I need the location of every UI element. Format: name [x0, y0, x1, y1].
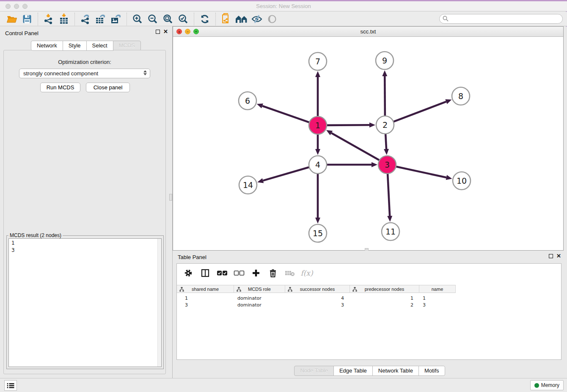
zoom-fit-icon	[162, 14, 173, 25]
delete-table-button[interactable]	[284, 268, 295, 279]
zoom-fit-button[interactable]	[160, 13, 176, 25]
deselect-all-button[interactable]	[234, 268, 245, 279]
control-panel-tabs: Network Style Select MCDS	[0, 41, 172, 51]
open-file-button[interactable]	[4, 13, 19, 25]
hierarchy-icon	[288, 287, 292, 293]
export-image-button[interactable]	[108, 13, 124, 25]
create-column-button[interactable]	[250, 268, 261, 279]
column-header-mcds-role[interactable]: MCDS role	[234, 285, 285, 293]
import-network-button[interactable]	[41, 13, 56, 25]
tab-motifs[interactable]: Motifs	[418, 366, 445, 376]
graph-edge-2-3[interactable]	[385, 133, 386, 149]
graph-node-label-3: 3	[385, 160, 390, 169]
tab-style[interactable]: Style	[63, 41, 87, 51]
graph-node-label-10: 10	[457, 176, 467, 185]
graph-edge-1-2[interactable]	[325, 125, 369, 125]
criterion-select[interactable]: strongly connected component	[19, 69, 150, 78]
apply-layout-button[interactable]	[197, 13, 212, 25]
save-session-button[interactable]	[19, 13, 35, 25]
table-toolbar: f(x)	[177, 264, 561, 282]
zoom-selected-button[interactable]	[176, 13, 191, 25]
graph-node-label-15: 15	[313, 229, 323, 238]
column-header-successor-nodes[interactable]: successor nodes	[285, 285, 350, 293]
app-title: Session: New Session	[0, 3, 567, 9]
eye-slash-icon	[251, 14, 262, 24]
tab-mcds[interactable]: MCDS	[113, 41, 141, 51]
first-neighbors-button[interactable]	[234, 13, 249, 25]
network-title: scc.txt	[173, 28, 563, 35]
import-table-button[interactable]	[56, 13, 72, 25]
graphics-details-button[interactable]	[264, 13, 280, 25]
graph-node-label-6: 6	[245, 96, 250, 105]
vertical-splitter-handle[interactable]	[169, 194, 172, 201]
graph-node-label-9: 9	[382, 56, 387, 65]
network-view-window: x − + scc.txt 7968124314101511	[173, 26, 564, 251]
float-panel-icon[interactable]	[156, 30, 160, 34]
show-hide-button[interactable]	[249, 13, 264, 25]
graph-edge-3-1[interactable]	[331, 133, 380, 161]
columns-icon	[201, 269, 209, 277]
clone-network-button[interactable]	[219, 13, 234, 25]
zoom-in-icon	[132, 14, 143, 25]
search-input[interactable]	[439, 14, 563, 24]
show-column-button[interactable]	[200, 268, 211, 279]
tab-edge-table[interactable]: Edge Table	[333, 366, 373, 376]
task-history-button[interactable]	[4, 380, 17, 391]
tab-network-table[interactable]: Network Table	[372, 366, 419, 376]
toolbar-separator	[127, 13, 127, 25]
table-row[interactable]: 3 dominator 3 2 3	[177, 301, 456, 308]
toolbar-separator	[215, 13, 216, 25]
zoom-in-button[interactable]	[130, 13, 145, 25]
float-table-panel-icon[interactable]	[549, 254, 553, 258]
tab-network[interactable]: Network	[31, 41, 63, 51]
plus-icon	[252, 269, 260, 277]
tab-node-table[interactable]: Node Table	[294, 366, 334, 376]
network-window-titlebar[interactable]: x − + scc.txt	[173, 27, 563, 37]
column-header-predecessor-nodes[interactable]: predecessor nodes	[350, 285, 419, 293]
main-toolbar	[0, 12, 567, 26]
close-panel-icon[interactable]: ✕	[163, 30, 168, 34]
result-scrollbar[interactable]	[157, 239, 161, 367]
export-network-button[interactable]	[78, 13, 93, 25]
clone-network-icon	[221, 13, 231, 25]
tab-select[interactable]: Select	[86, 41, 113, 51]
control-panel: Control Panel ✕ Network Style Select MCD…	[0, 26, 172, 378]
memory-button[interactable]: Memory	[530, 380, 564, 390]
hierarchy-icon	[352, 287, 357, 293]
criterion-value: strongly connected component	[23, 70, 98, 77]
graph-node-label-7: 7	[315, 57, 320, 66]
toolbar-separator	[38, 13, 38, 25]
import-table-icon	[59, 14, 69, 25]
export-table-button[interactable]	[93, 13, 108, 25]
graph-edge-2-8[interactable]	[392, 102, 446, 122]
column-header-name[interactable]: name	[419, 285, 456, 293]
column-header-shared-name[interactable]: shared name	[177, 285, 234, 293]
optimization-criterion-label: Optimization criterion:	[4, 59, 165, 65]
close-panel-button[interactable]: Close panel	[86, 83, 130, 92]
toolbar-separator	[74, 13, 75, 25]
function-builder-button[interactable]: f(x)	[301, 268, 312, 279]
table-row[interactable]: 1 dominator 4 1 1	[177, 295, 456, 301]
select-all-button[interactable]	[217, 268, 228, 279]
open-folder-icon	[6, 14, 17, 24]
network-graph[interactable]: 7968124314101511	[173, 37, 563, 250]
houses-icon	[235, 14, 248, 24]
table-header-row: shared name MCDS role successor nodes pr…	[177, 285, 456, 293]
delete-table-icon	[285, 270, 295, 276]
delete-column-button[interactable]	[267, 268, 278, 279]
table-settings-button[interactable]	[183, 268, 194, 279]
run-mcds-button[interactable]: Run MCDS	[40, 83, 80, 92]
graph-edge-3-10[interactable]	[395, 166, 446, 177]
mcds-result-text: 1 3	[9, 239, 157, 367]
graph-edge-4-14[interactable]	[263, 167, 311, 181]
graph-edge-3-11[interactable]	[388, 172, 390, 216]
graph-edge-2-9[interactable]	[385, 76, 385, 117]
graph-edge-1-6[interactable]	[262, 106, 311, 123]
close-table-panel-icon[interactable]: ✕	[556, 254, 561, 258]
app-titlebar: Session: New Session	[0, 1, 567, 11]
search-icon	[443, 16, 449, 23]
status-bar: Memory	[0, 378, 567, 392]
fx-icon: f(x)	[300, 269, 313, 277]
import-network-icon	[43, 14, 54, 25]
zoom-out-button[interactable]	[145, 13, 160, 25]
